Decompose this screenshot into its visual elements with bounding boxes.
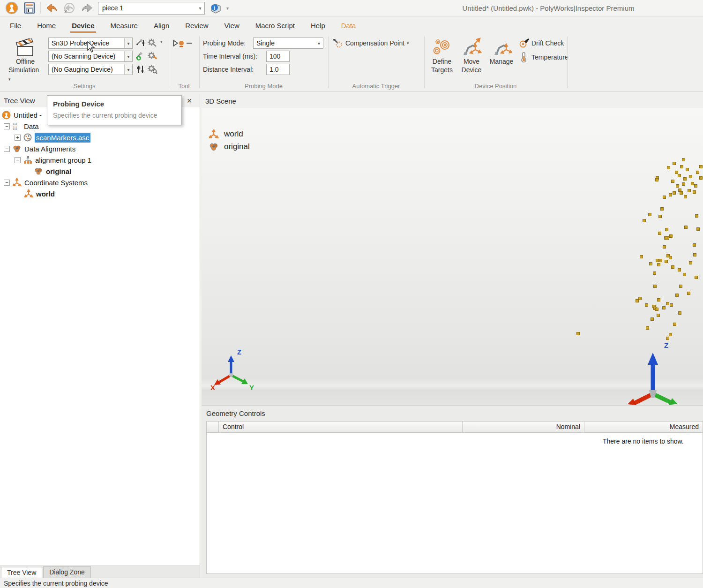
probing-mode-dropdown[interactable]: Single ▾ xyxy=(253,38,323,49)
tree-item-label: original xyxy=(46,167,71,175)
menu-macro-script[interactable]: Macro Script xyxy=(247,18,303,33)
scan-point xyxy=(653,272,656,274)
tree-item-alignment-group[interactable]: − alignment group 1 xyxy=(0,154,200,166)
probe-settings-gear-button[interactable] xyxy=(147,38,158,49)
column-control[interactable]: Control xyxy=(219,422,463,432)
panel-close-icon[interactable]: ✕ xyxy=(183,97,196,105)
tree-item-scanmarkers[interactable]: + scanMarkers.asc xyxy=(0,132,200,143)
gauge-settings-gear-button[interactable] xyxy=(147,64,158,75)
scan-point xyxy=(676,185,679,187)
scene-label-world[interactable]: world xyxy=(209,129,243,139)
menu-data[interactable]: Data xyxy=(333,18,364,33)
settings-group: Offline Simulation ▾ Sn3D Probe Device ▾… xyxy=(0,34,169,91)
scan-point xyxy=(659,215,661,218)
polyworks-window: x piece 1 ▾ i ▾ Untitled* (Untitled.pwk)… xyxy=(0,0,703,588)
menu-align[interactable]: Align xyxy=(146,18,177,33)
menu-bar: File Home Device Measure Align Review Vi… xyxy=(0,17,703,34)
redo-icon[interactable] xyxy=(80,1,94,15)
undo-icon[interactable] xyxy=(45,1,59,15)
menu-home[interactable]: Home xyxy=(29,18,64,33)
scan-point xyxy=(686,168,688,171)
chevron-down-icon[interactable]: ▾ xyxy=(196,6,204,11)
axis-triad-small: Z X Y xyxy=(210,347,257,392)
chevron-down-icon: ▾ xyxy=(124,51,132,61)
scan-point xyxy=(679,312,681,314)
polyworks-logo-icon[interactable] xyxy=(5,1,19,15)
compensation-point-button[interactable]: Compensation Point ▾ xyxy=(333,38,409,48)
undo-all-icon[interactable]: x xyxy=(62,1,76,15)
tab-tree-view[interactable]: Tree View xyxy=(1,567,42,578)
toolbar-overflow-caret[interactable]: ▾ xyxy=(226,6,229,11)
tool-group-label: Tool xyxy=(169,83,199,90)
scan-start-button[interactable] xyxy=(135,51,146,62)
collapse-icon[interactable]: − xyxy=(15,157,21,163)
tree-item-label: Data Alignments xyxy=(24,145,75,153)
scan-point xyxy=(689,175,692,178)
scene-column: 3D Scene world original Z X Y xyxy=(202,94,703,578)
axis-y-label: Y xyxy=(249,384,254,392)
scan-point xyxy=(682,158,685,161)
scan-point xyxy=(640,256,643,258)
column-measured[interactable]: Measured xyxy=(584,422,703,432)
probe-properties-button[interactable] xyxy=(135,38,146,49)
column-nominal[interactable]: Nominal xyxy=(463,422,584,432)
time-interval-input[interactable]: 100 xyxy=(266,51,290,62)
gauge-adjust-button[interactable] xyxy=(135,64,146,75)
menu-measure[interactable]: Measure xyxy=(103,18,146,33)
piece-selector[interactable]: piece 1 ▾ xyxy=(98,2,205,15)
collapse-icon[interactable]: − xyxy=(4,146,10,152)
define-targets-button[interactable]: Define Targets xyxy=(428,38,456,74)
scene-viewport[interactable]: world original Z X Y Z xyxy=(202,108,703,405)
tab-dialog-zone[interactable]: Dialog Zone xyxy=(43,566,91,578)
scan-point xyxy=(669,256,672,259)
tree-item-data-alignments[interactable]: − Data Alignments xyxy=(0,143,200,154)
temperature-button[interactable]: Temperature xyxy=(519,52,568,63)
scene-label-original[interactable]: original xyxy=(209,142,250,151)
tree-item-coordinate-systems[interactable]: − Coordinate Systems xyxy=(0,177,200,188)
save-icon[interactable] xyxy=(22,1,37,15)
drift-check-label: Drift Check xyxy=(531,39,564,47)
ribbon-separator xyxy=(567,37,568,88)
tool-button[interactable] xyxy=(172,38,194,49)
scan-settings-gear-button[interactable] xyxy=(147,51,158,62)
alignment-cluster-icon xyxy=(34,167,43,176)
chevron-down-icon: ▾ xyxy=(8,77,11,82)
scan-point xyxy=(666,302,669,305)
point-cloud-icon xyxy=(23,133,32,142)
distance-interval-input[interactable]: 1.0 xyxy=(266,64,290,75)
piece-selector-value: piece 1 xyxy=(98,4,196,12)
probing-mode-value: Single xyxy=(254,39,315,47)
scan-point xyxy=(661,208,663,210)
scan-point xyxy=(672,266,674,268)
collapse-icon[interactable]: − xyxy=(4,180,10,186)
tree-item-original[interactable]: original xyxy=(0,166,200,177)
move-device-button[interactable]: Move Device xyxy=(458,38,485,74)
tooltip: Probing Device Specifies the current pro… xyxy=(47,95,182,125)
report-info-icon[interactable]: i xyxy=(209,1,223,15)
manage-device-button[interactable]: Manage xyxy=(487,38,516,66)
collapse-icon[interactable]: − xyxy=(4,123,10,129)
column-selector[interactable] xyxy=(207,422,219,432)
settings-more-caret[interactable]: ▾ xyxy=(160,39,163,44)
tree-item-world[interactable]: world xyxy=(0,188,200,199)
menu-device[interactable]: Device xyxy=(64,18,102,33)
scan-point xyxy=(683,273,686,276)
gauging-device-dropdown[interactable]: (No Gauging Device) ▾ xyxy=(48,64,133,75)
scan-point xyxy=(689,262,692,264)
scan-point xyxy=(657,314,659,317)
menu-view[interactable]: View xyxy=(216,18,247,33)
scene-title: 3D Scene xyxy=(205,97,236,105)
offline-simulation-button[interactable]: Offline Simulation ▾ xyxy=(8,38,42,83)
expand-icon[interactable]: + xyxy=(15,135,21,141)
empty-table-message: There are no items to show. xyxy=(603,437,684,445)
scan-point xyxy=(670,235,672,237)
status-text: Specifies the current probing device xyxy=(4,580,108,587)
drift-check-button[interactable]: Drift Check xyxy=(519,38,564,48)
tree-item-label: Data xyxy=(24,122,39,130)
menu-review[interactable]: Review xyxy=(177,18,216,33)
menu-file[interactable]: File xyxy=(2,18,29,33)
scan-point xyxy=(656,179,658,181)
probing-mode-group-label: Probing Mode xyxy=(199,83,328,90)
menu-help[interactable]: Help xyxy=(303,18,333,33)
automatic-trigger-group-label: Automatic Trigger xyxy=(328,83,424,90)
